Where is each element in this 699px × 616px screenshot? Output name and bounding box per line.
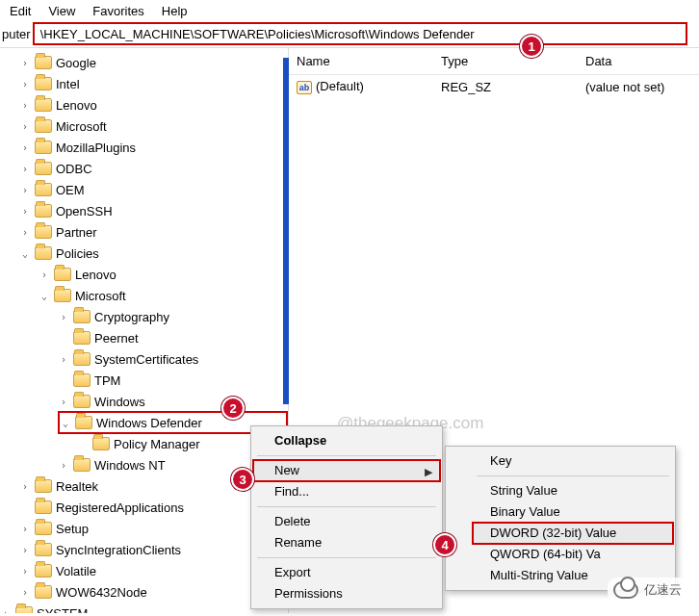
- menu-help[interactable]: Help: [162, 4, 188, 18]
- folder-icon: [15, 606, 33, 613]
- tree-item-intel[interactable]: ›Intel: [19, 73, 288, 94]
- address-bar-row: puter \HKEY_LOCAL_MACHINE\SOFTWARE\Polic…: [0, 22, 699, 47]
- tree-item-cryptography[interactable]: ›Cryptography: [58, 306, 288, 327]
- submenu-key[interactable]: Key: [473, 450, 673, 472]
- tree-label: Windows Defender: [96, 416, 202, 430]
- chevron-right-icon: ›: [39, 270, 50, 280]
- registry-tree[interactable]: ›Google ›Intel ›Lenovo ›Microsoft ›Mozil…: [0, 48, 289, 613]
- separator: [477, 475, 669, 476]
- separator: [257, 455, 436, 456]
- menu-edit[interactable]: Edit: [10, 4, 31, 18]
- submenu-binary-value[interactable]: Binary Value: [473, 501, 673, 523]
- chevron-right-icon: ›: [19, 79, 31, 90]
- tree-item-policies[interactable]: ⌄Policies: [19, 243, 288, 264]
- folder-icon: [35, 543, 52, 556]
- tree-label: Policy Manager: [114, 437, 200, 451]
- tree-item-system[interactable]: ›SYSTEM: [0, 603, 288, 613]
- menu-favorites[interactable]: Favorites: [92, 4, 143, 18]
- tree-item-volatile[interactable]: ›Volatile: [19, 560, 288, 581]
- folder-icon: [73, 352, 91, 366]
- chevron-right-icon: ›: [58, 397, 69, 407]
- folder-icon: [35, 162, 52, 175]
- cloud-icon: [613, 581, 638, 599]
- value-data-cell: (value not set): [578, 76, 699, 98]
- tree-item-syncintegrationclients[interactable]: ›SyncIntegrationClients: [19, 539, 288, 560]
- annotation-badge-4: 4: [433, 533, 456, 556]
- separator: [257, 506, 436, 507]
- tree-item-mozillaplugins[interactable]: ›MozillaPlugins: [19, 137, 288, 158]
- column-header-type[interactable]: Type: [433, 48, 578, 74]
- tree-label: SYSTEM: [37, 606, 88, 614]
- chevron-right-icon: ›: [58, 354, 69, 365]
- tree-item-tpm[interactable]: TPM: [58, 370, 288, 391]
- tree-item-setup[interactable]: ›Setup: [19, 518, 288, 539]
- chevron-down-icon: ⌄: [19, 248, 31, 259]
- folder-icon: [73, 395, 91, 408]
- folder-icon: [73, 310, 91, 323]
- context-menu-collapse[interactable]: Collapse: [253, 430, 440, 451]
- submenu-dword-value[interactable]: DWORD (32-bit) Value: [473, 523, 673, 544]
- folder-icon: [35, 246, 52, 260]
- tree-label: Peernet: [94, 331, 139, 346]
- tree-item-wow6432node[interactable]: ›WOW6432Node: [19, 581, 288, 603]
- submenu-qword-value[interactable]: QWORD (64-bit) Va: [473, 544, 673, 565]
- tree-item-lenovo[interactable]: ›Lenovo: [19, 94, 288, 116]
- chevron-down-icon: ⌄: [39, 291, 50, 301]
- tree-item-policies-lenovo[interactable]: ›Lenovo: [39, 264, 288, 285]
- column-header-data[interactable]: Data: [578, 48, 699, 74]
- tree-label: WOW6432Node: [56, 585, 147, 600]
- chevron-right-icon: ›: [19, 206, 31, 217]
- tree-item-oem[interactable]: ›OEM: [19, 179, 288, 200]
- tree-item-microsoft[interactable]: ›Microsoft: [19, 116, 288, 137]
- folder-icon: [35, 56, 52, 69]
- menu-bar: Edit View Favorites Help: [0, 0, 699, 22]
- address-bar[interactable]: \HKEY_LOCAL_MACHINE\SOFTWARE\Policies\Mi…: [33, 22, 687, 45]
- tree-label: TPM: [94, 373, 120, 388]
- tree-label: Cryptography: [94, 310, 169, 324]
- source-logo: 亿速云: [608, 578, 687, 603]
- chevron-right-icon: ›: [19, 121, 31, 132]
- context-menu-rename[interactable]: Rename: [253, 532, 440, 553]
- tree-label: SystemCertificates: [94, 352, 198, 367]
- menu-view[interactable]: View: [48, 4, 75, 18]
- tree-item-odbc[interactable]: ›ODBC: [19, 158, 288, 179]
- logo-text: 亿速云: [644, 581, 682, 599]
- folder-icon: [54, 289, 71, 302]
- folder-icon: [73, 331, 91, 345]
- context-menu-permissions[interactable]: Permissions: [253, 583, 440, 604]
- context-menu-delete[interactable]: Delete: [253, 511, 440, 532]
- folder-icon: [73, 373, 91, 387]
- list-row[interactable]: ab(Default) REG_SZ (value not set): [289, 75, 699, 98]
- tree-item-peernet[interactable]: Peernet: [58, 327, 288, 348]
- folder-icon: [35, 119, 52, 133]
- tree-label: Windows: [94, 395, 145, 409]
- chevron-right-icon: ›: [58, 312, 69, 322]
- context-menu-export[interactable]: Export: [253, 562, 440, 583]
- chevron-down-icon: ⌄: [60, 418, 71, 428]
- column-header-name[interactable]: Name: [289, 48, 433, 74]
- tree-item-partner[interactable]: ›Partner: [19, 221, 288, 243]
- tree-item-registeredapplications[interactable]: RegisteredApplications: [19, 497, 288, 518]
- address-prefix: puter: [2, 27, 33, 41]
- folder-icon: [35, 204, 52, 218]
- context-menu-find[interactable]: Find...: [253, 481, 440, 502]
- submenu-string-value[interactable]: String Value: [473, 480, 673, 501]
- tree-item-policies-microsoft[interactable]: ⌄Microsoft: [39, 285, 288, 306]
- separator: [257, 557, 436, 558]
- tree-item-systemcertificates[interactable]: ›SystemCertificates: [58, 348, 288, 370]
- tree-item-google[interactable]: ›Google: [19, 52, 288, 73]
- context-submenu-new: Key String Value Binary Value DWORD (32-…: [445, 446, 676, 591]
- folder-icon: [35, 141, 52, 154]
- tree-item-openssh[interactable]: ›OpenSSH: [19, 200, 288, 221]
- annotation-badge-3: 3: [231, 468, 254, 491]
- folder-icon: [35, 564, 52, 578]
- tree-item-windows[interactable]: ›Windows: [58, 391, 288, 412]
- selection-indicator: [283, 58, 289, 404]
- tree-label: OEM: [56, 183, 85, 197]
- chevron-right-icon: ›: [19, 185, 31, 195]
- submenu-arrow-icon: ▶: [425, 465, 432, 478]
- chevron-right-icon: ›: [0, 608, 12, 614]
- tree-label: Realtek: [56, 479, 98, 494]
- context-menu-new[interactable]: New▶: [253, 460, 440, 481]
- chevron-right-icon: ›: [19, 481, 31, 492]
